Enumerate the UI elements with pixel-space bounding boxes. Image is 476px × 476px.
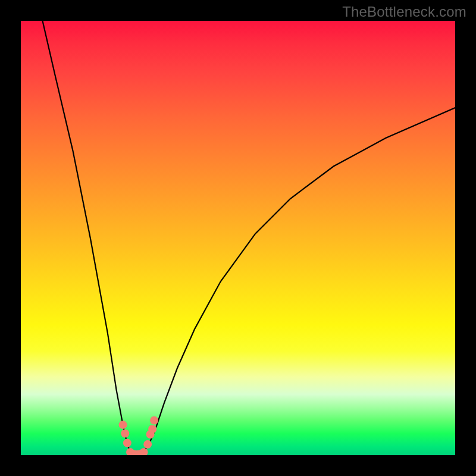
data-marker bbox=[119, 421, 127, 429]
curve-group bbox=[43, 21, 456, 455]
data-marker bbox=[143, 440, 152, 449]
data-marker bbox=[150, 416, 158, 425]
data-marker bbox=[140, 448, 148, 455]
chart-svg bbox=[21, 21, 455, 455]
data-marker bbox=[123, 439, 131, 447]
markers-group bbox=[119, 416, 159, 455]
plot-area bbox=[21, 21, 455, 455]
data-marker bbox=[121, 430, 129, 438]
attribution-text: TheBottleneck.com bbox=[342, 4, 466, 20]
bottleneck-curve-path bbox=[43, 21, 456, 455]
data-marker bbox=[148, 425, 156, 433]
chart-frame: TheBottleneck.com bbox=[0, 0, 476, 476]
